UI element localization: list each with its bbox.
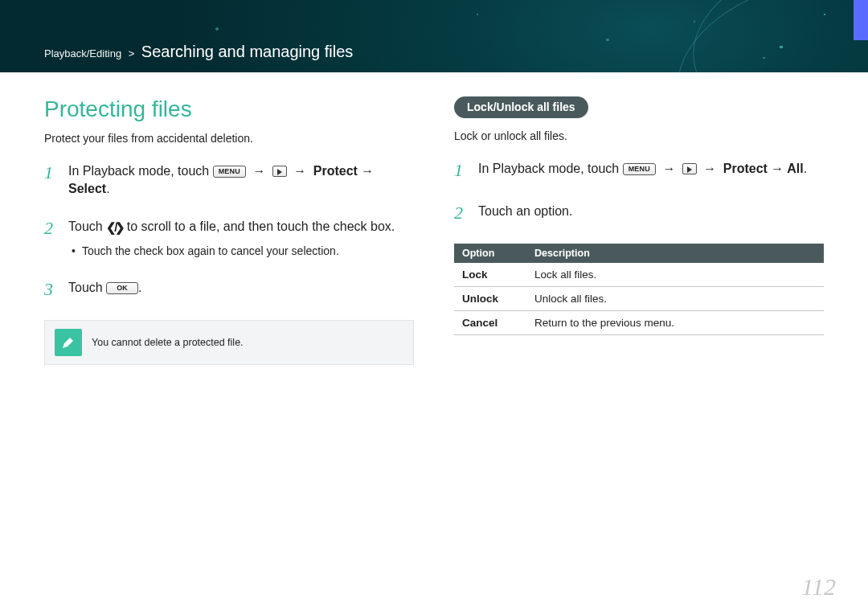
step-text: In Playback mode, touch bbox=[478, 162, 623, 175]
step-number: 2 bbox=[44, 216, 59, 260]
note-box: You cannot delete a protected file. bbox=[44, 320, 414, 365]
subsection-intro: Lock or unlock all files. bbox=[454, 129, 824, 142]
play-button-icon bbox=[272, 166, 287, 177]
step: 1 In Playback mode, touch MENU → → Prote… bbox=[44, 161, 414, 199]
step-number: 3 bbox=[44, 277, 59, 302]
step: 3 Touch OK. bbox=[44, 277, 414, 302]
table-header: Option bbox=[454, 244, 526, 263]
breadcrumb-page: Searching and managing files bbox=[141, 43, 354, 60]
step: 2 Touch an option. bbox=[454, 201, 824, 226]
note-text: You cannot delete a protected file. bbox=[92, 337, 244, 348]
step-text: . bbox=[138, 281, 141, 294]
menu-button-icon: MENU bbox=[213, 166, 246, 178]
table-row: Lock Lock all files. bbox=[454, 263, 824, 287]
table-row: Unlock Unlock all files. bbox=[454, 286, 824, 310]
step-body: Touch OK. bbox=[68, 277, 414, 302]
page-number: 112 bbox=[801, 573, 836, 601]
steps-list: 1 In Playback mode, touch MENU → → Prote… bbox=[454, 158, 824, 226]
step-number: 2 bbox=[454, 201, 469, 226]
step: 1 In Playback mode, touch MENU → → Prote… bbox=[454, 158, 824, 183]
section-intro: Protect your files from accidental delet… bbox=[44, 132, 414, 145]
step-text: Touch bbox=[68, 281, 106, 294]
right-column: Lock/Unlock all files Lock or unlock all… bbox=[454, 96, 824, 365]
step-text: Touch an option. bbox=[478, 204, 572, 218]
option-name: Cancel bbox=[454, 310, 526, 334]
left-column: Protecting files Protect your files from… bbox=[44, 96, 414, 365]
breadcrumb: Playback/Editing > Searching and managin… bbox=[44, 43, 353, 61]
section-title: Protecting files bbox=[44, 96, 414, 122]
menu-button-icon: MENU bbox=[623, 163, 656, 175]
arrow-icon: → bbox=[290, 164, 309, 178]
breadcrumb-sep: > bbox=[126, 47, 137, 59]
steps-list: 1 In Playback mode, touch MENU → → Prote… bbox=[44, 161, 414, 302]
step-body: Touch an option. bbox=[478, 201, 824, 226]
step-number: 1 bbox=[454, 158, 469, 183]
breadcrumb-section: Playback/Editing bbox=[44, 47, 121, 59]
note-icon bbox=[55, 329, 82, 356]
arrow-icon: → bbox=[700, 162, 719, 175]
step-text: to scroll to a file, and then touch the … bbox=[127, 219, 395, 233]
step-body: Touch ❮/❯ to scroll to a file, and then … bbox=[68, 216, 414, 260]
section-tab bbox=[854, 0, 868, 40]
ok-button-icon: OK bbox=[106, 282, 138, 294]
content: Protecting files Protect your files from… bbox=[0, 72, 868, 365]
step-text: Touch bbox=[68, 219, 106, 233]
pencil-icon bbox=[60, 334, 76, 351]
step-body: In Playback mode, touch MENU → → Protect… bbox=[68, 161, 414, 199]
page-header: Playback/Editing > Searching and managin… bbox=[0, 0, 868, 72]
sub-list: Touch the check box again to cancel your… bbox=[68, 244, 414, 260]
step: 2 Touch ❮/❯ to scroll to a file, and the… bbox=[44, 216, 414, 260]
step-bold: Protect → All bbox=[723, 162, 804, 175]
option-desc: Return to the previous menu. bbox=[526, 310, 824, 334]
option-desc: Unlock all files. bbox=[526, 286, 824, 310]
option-name: Unlock bbox=[454, 286, 526, 310]
option-desc: Lock all files. bbox=[526, 263, 824, 287]
step-number: 1 bbox=[44, 161, 59, 199]
arrow-icon: → bbox=[659, 162, 678, 175]
option-name: Lock bbox=[454, 263, 526, 287]
subsection-pill: Lock/Unlock all files bbox=[454, 96, 588, 118]
play-button-icon bbox=[682, 163, 697, 174]
scroll-arrows-icon: ❮/❯ bbox=[106, 219, 123, 236]
sub-item: Touch the check box again to cancel your… bbox=[68, 244, 414, 260]
options-table: Option Description Lock Lock all files. … bbox=[454, 244, 824, 335]
table-header: Description bbox=[526, 244, 824, 263]
arrow-icon: → bbox=[249, 164, 268, 178]
table-row: Cancel Return to the previous menu. bbox=[454, 310, 824, 334]
step-body: In Playback mode, touch MENU → → Protect… bbox=[478, 158, 824, 183]
step-text: In Playback mode, touch bbox=[68, 164, 213, 178]
